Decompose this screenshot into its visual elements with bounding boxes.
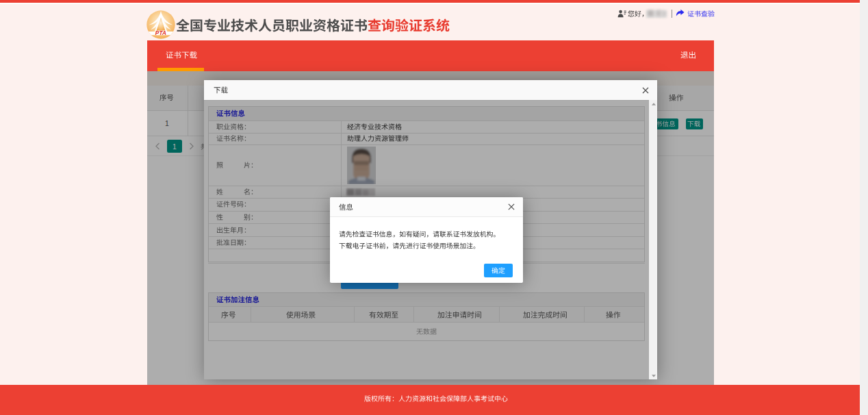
svg-text:PTA: PTA bbox=[155, 30, 166, 36]
